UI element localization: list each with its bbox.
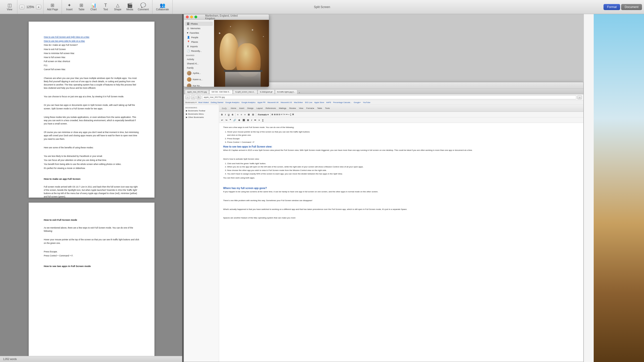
sidebar-item-people[interactable]: 👤 People xyxy=(185,35,213,39)
indent-button[interactable]: ⊞ xyxy=(247,113,251,116)
special-button[interactable]: ⊕ xyxy=(237,119,241,122)
document-button[interactable]: Document xyxy=(621,4,642,10)
align-right-button[interactable]: ≡ xyxy=(243,113,247,116)
forward-button[interactable]: › xyxy=(191,95,195,99)
search-button[interactable]: ⌕ xyxy=(577,95,582,99)
other-bookmarks-item[interactable]: ▶ Other Bookmarks xyxy=(185,116,218,119)
bm-google-analytics-2[interactable]: Google Analytics xyxy=(242,101,256,104)
italic-button-2[interactable]: I xyxy=(250,119,253,122)
sidebar-item-places[interactable]: 📍 Places xyxy=(185,40,213,44)
tab-3[interactable]: ts.split_screen_mac.d... xyxy=(233,89,257,94)
underline-button[interactable]: U xyxy=(227,113,231,116)
toc-link-2[interactable]: How to use two apps side by side on a Ma… xyxy=(44,40,85,42)
table-button-2[interactable]: ⊞ xyxy=(246,119,250,122)
bm-macworld-uk[interactable]: Macworld UK xyxy=(267,101,279,104)
back-button[interactable]: ‹ xyxy=(185,95,190,99)
bold-button[interactable]: B xyxy=(220,113,224,116)
sidebar-item-memories[interactable]: ◎ Memories xyxy=(185,26,213,30)
quote-button[interactable]: ❝ xyxy=(229,119,232,122)
styles-dropdown[interactable]: Formats ▾ xyxy=(257,113,270,116)
strikethrough-button[interactable]: S xyxy=(231,113,234,116)
toc-link-1[interactable]: How to use Full Screen and Split View on… xyxy=(44,36,89,38)
more-format-tools[interactable]: ⊞ ⊞ ⊞ ⊟ ≡ Τ ≡ ✦ × ∑ ⌘ xyxy=(271,113,294,116)
tab-5[interactable]: tb-traffic-lights.jpg [I... xyxy=(275,89,298,94)
sidebar-item-recently[interactable]: 🕒 Recently... xyxy=(185,49,213,53)
sum-button[interactable]: ∑ xyxy=(261,119,265,122)
outdent-button[interactable]: ⊟ xyxy=(251,113,255,116)
sidebar-item-person3[interactable]: Kar Ke... xyxy=(185,83,213,87)
zoom-in-button[interactable]: + xyxy=(36,5,41,9)
bm-youtube[interactable]: YouTube xyxy=(363,101,370,104)
sidebar-item-shared-albums[interactable]: Shared Al... xyxy=(185,62,213,66)
bookmarks-toolbar-item[interactable]: ▶ Bookmarks Toolbar xyxy=(185,109,218,112)
word-menu-format[interactable]: Format ▸ xyxy=(305,107,316,110)
comment-button[interactable]: 💬 Comment xyxy=(136,2,151,12)
photos-app-window[interactable]: Martlesham, England, United Kingdom 🖼 Ph… xyxy=(184,14,269,87)
sidebar-item-photos[interactable]: 🖼 Photos xyxy=(185,22,213,26)
chart-button[interactable]: 📊 Chart xyxy=(88,2,100,12)
sidebar-item-person2[interactable]: Karen a... xyxy=(185,76,213,82)
link-button[interactable]: 🔗 xyxy=(232,119,237,122)
align-left-button[interactable]: ≡ xyxy=(236,113,239,116)
text-button[interactable]: T Text xyxy=(100,2,112,12)
word-menu-table[interactable]: Table xyxy=(316,107,323,110)
chart-icon: 📊 xyxy=(91,3,96,8)
word-menu-layout[interactable]: Layout xyxy=(255,107,264,110)
resize-handle-vertical[interactable] xyxy=(182,14,183,362)
bm-macworld-us[interactable]: Macworld US xyxy=(281,101,292,104)
close-btn-format[interactable]: × xyxy=(258,119,261,122)
word-menu-home[interactable]: Home xyxy=(230,107,237,110)
address-bar[interactable]: apple_mac_001701.jpg xyxy=(202,95,576,99)
tab-1[interactable]: apple_mac_001701.jpg xyxy=(185,89,209,94)
bm-google-analytics-1[interactable]: Google Analytics xyxy=(225,101,239,104)
word-menu-mailings[interactable]: Mailings xyxy=(278,107,288,110)
italic-button[interactable]: I xyxy=(224,113,227,116)
document-area[interactable]: How to use Full Screen and Split View on… xyxy=(0,14,183,356)
bm-percentage-calc[interactable]: Percentage Calculat... xyxy=(333,101,352,104)
reload-button[interactable]: ↻ xyxy=(196,95,201,99)
undo-button[interactable]: ↩ xyxy=(220,119,224,122)
word-menu-references[interactable]: References xyxy=(264,107,277,110)
view-button[interactable]: ◫ View xyxy=(4,2,16,12)
word-menu-tools[interactable]: Tools xyxy=(324,107,331,110)
sidebar-item-imports[interactable]: ⬇ Imports xyxy=(185,44,213,49)
collaborate-button[interactable]: 👥 Collaborate xyxy=(154,2,171,12)
sidebar-item-family[interactable]: Family xyxy=(185,66,213,70)
bm-apple-store[interactable]: Apple Store xyxy=(314,101,324,104)
insert-button[interactable]: ✦ Insert xyxy=(63,2,75,12)
new-tab-button[interactable]: + xyxy=(298,92,301,94)
word-menu-design[interactable]: Design xyxy=(246,107,255,110)
redo-button[interactable]: ↪ xyxy=(224,119,228,122)
fullscreen-button[interactable] xyxy=(194,16,197,18)
add-page-button[interactable]: ⊞ Add Page xyxy=(45,2,60,12)
align-center-button[interactable]: ≡ xyxy=(240,113,243,116)
bm-google-plus[interactable]: Google+ xyxy=(354,101,361,104)
sidebar-item-activity[interactable]: Activity xyxy=(185,57,213,61)
media-button[interactable]: 🎬 Media xyxy=(124,2,136,12)
word-menu-insert[interactable]: Insert xyxy=(238,107,246,110)
minimize-button[interactable] xyxy=(190,16,193,18)
word-menu-view[interactable]: View xyxy=(298,107,304,110)
bm-most-visited[interactable]: Most Visited xyxy=(198,101,209,104)
bookmarks-menu-item[interactable]: ▶ Bookmarks Menu xyxy=(185,112,218,116)
bookmarks-label[interactable]: Bookmarks ▾ xyxy=(185,101,196,104)
tab-4[interactable]: ts-dialogsall.gif xyxy=(258,89,275,94)
sidebar-item-favorites[interactable]: ♥ Favorites xyxy=(185,31,213,35)
format-button[interactable]: Format xyxy=(603,4,620,10)
sidebar-item-person1[interactable]: Aysha... xyxy=(185,70,213,76)
word-menu-review[interactable]: Review xyxy=(288,107,297,110)
bm-aafe[interactable]: AAFE xyxy=(326,101,331,104)
table-button[interactable]: ⊞ Table xyxy=(75,2,88,12)
zoom-out-button[interactable]: − xyxy=(19,5,24,9)
bm-getting-started[interactable]: Getting Started xyxy=(211,101,223,104)
bm-apple-pr[interactable]: Apple PR xyxy=(258,101,266,104)
close-button[interactable] xyxy=(186,16,189,18)
image-button[interactable]: 🖼 xyxy=(242,119,246,122)
bm-idg-live[interactable]: IDG Live xyxy=(305,101,312,104)
bc-s3-para1: If you happen to be using two screens at… xyxy=(223,190,579,194)
tab-2[interactable]: Gill Old - Edit Slide 8... xyxy=(209,89,233,94)
pencil-button[interactable]: ✏ xyxy=(253,119,257,122)
bm-macstriker[interactable]: MacStriker xyxy=(294,101,303,104)
browser-window[interactable]: apple_mac_001701.jpg Gill Old - Edit Sli… xyxy=(184,82,584,362)
shape-button[interactable]: △ Shape xyxy=(112,2,124,12)
